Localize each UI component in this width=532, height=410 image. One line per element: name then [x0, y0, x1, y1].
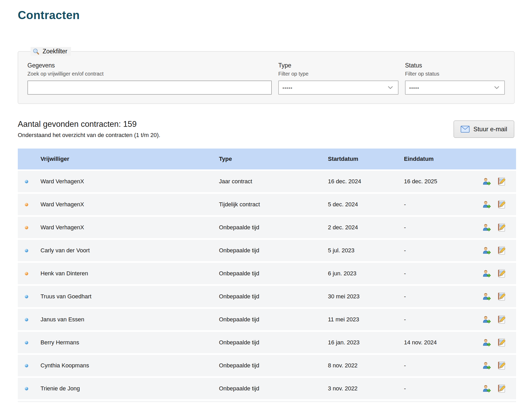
send-email-button[interactable]: Stuur e-mail [454, 121, 514, 138]
contract-type-cell: Onbepaalde tijd [219, 385, 328, 392]
contracts-table-header: Vrijwilliger Type Startdatum Einddatum [18, 149, 516, 169]
vrijwilliger-cell: Cynthia Koopmans [41, 362, 219, 369]
contracts-table-body: Ward VerhagenX Jaar contract 16 dec. 202… [18, 171, 516, 399]
user-go-icon[interactable] [482, 361, 491, 370]
gegevens-input[interactable] [27, 81, 272, 95]
status-select[interactable]: ----- [405, 81, 505, 95]
table-row: Ward VerhagenX Tijdelijk contract 5 dec.… [18, 194, 516, 215]
results-summary: Aantal gevonden contracten: 159 Ondersta… [18, 119, 160, 139]
type-sublabel: Filter op type [278, 71, 398, 77]
type-select-value: ----- [282, 85, 292, 91]
table-row: Trienie de Jong Onbepaalde tijd 3 nov. 2… [18, 378, 516, 399]
user-go-icon[interactable] [482, 315, 491, 324]
status-dot [25, 249, 28, 252]
user-go-icon[interactable] [482, 246, 491, 255]
contract-type-cell: Onbepaalde tijd [219, 339, 328, 346]
vrijwilliger-cell: Trienie de Jong [41, 385, 219, 392]
status-sublabel: Filter op status [405, 71, 505, 77]
magnifier-icon [33, 48, 39, 55]
edit-contract-icon[interactable] [497, 246, 506, 255]
vrijwilliger-cell: Ward VerhagenX [41, 224, 219, 231]
edit-contract-icon[interactable] [497, 384, 506, 393]
table-row: Janus van Essen Onbepaalde tijd 11 mei 2… [18, 309, 516, 330]
next-row-sliver [18, 401, 516, 402]
startdatum-cell: 16 jan. 2023 [328, 339, 404, 346]
table-row: Henk van Dinteren Onbepaalde tijd 6 jun.… [18, 263, 516, 284]
table-row: Cynthia Koopmans Onbepaalde tijd 8 nov. … [18, 355, 516, 376]
contract-type-cell: Onbepaalde tijd [219, 270, 328, 277]
table-row: Berry Hermans Onbepaalde tijd 16 jan. 20… [18, 332, 516, 353]
status-dot [25, 180, 28, 183]
vrijwilliger-cell: Berry Hermans [41, 339, 219, 346]
user-go-icon[interactable] [482, 338, 491, 347]
column-header-vrijwilliger: Vrijwilliger [41, 156, 219, 162]
edit-contract-icon[interactable] [497, 269, 506, 278]
startdatum-cell: 6 jun. 2023 [328, 270, 404, 277]
status-dot [25, 272, 28, 275]
vrijwilliger-cell: Carly van der Voort [41, 247, 219, 254]
user-go-icon[interactable] [482, 177, 491, 186]
table-row: Ward VerhagenX Jaar contract 16 dec. 202… [18, 171, 516, 192]
status-dot [25, 203, 28, 206]
einddatum-cell: - [404, 224, 482, 231]
send-email-button-label: Stuur e-mail [473, 126, 507, 133]
startdatum-cell: 3 nov. 2022 [328, 385, 404, 392]
user-go-icon[interactable] [482, 292, 491, 301]
search-filter-legend-label: Zoekfilter [43, 48, 67, 55]
startdatum-cell: 2 dec. 2024 [328, 224, 404, 231]
einddatum-cell: 16 dec. 2025 [404, 178, 482, 185]
startdatum-cell: 8 nov. 2022 [328, 362, 404, 369]
contract-type-cell: Onbepaalde tijd [219, 293, 328, 300]
status-dot [25, 364, 28, 367]
chevron-down-icon [493, 84, 501, 92]
user-go-icon[interactable] [482, 269, 491, 278]
column-header-startdatum: Startdatum [328, 156, 404, 162]
type-label: Type [278, 62, 398, 69]
status-dot [25, 318, 28, 321]
search-filter-legend: Zoekfilter [31, 47, 71, 56]
contract-type-cell: Onbepaalde tijd [219, 316, 328, 323]
edit-contract-icon[interactable] [497, 292, 506, 301]
column-header-type: Type [219, 156, 328, 162]
startdatum-cell: 5 jul. 2023 [328, 247, 404, 254]
status-select-value: ----- [409, 85, 419, 91]
einddatum-cell: 14 nov. 2024 [404, 339, 482, 346]
edit-contract-icon[interactable] [497, 200, 506, 209]
edit-contract-icon[interactable] [497, 177, 506, 186]
gegevens-sublabel: Zoek op vrijwilliger en/of contract [27, 71, 272, 77]
chevron-down-icon [386, 84, 394, 92]
type-select[interactable]: ----- [278, 81, 398, 95]
startdatum-cell: 30 mei 2023 [328, 293, 404, 300]
contract-type-cell: Jaar contract [219, 178, 328, 185]
einddatum-cell: - [404, 270, 482, 277]
results-count-heading: Aantal gevonden contracten: 159 [18, 119, 160, 129]
vrijwilliger-cell: Ward VerhagenX [41, 201, 219, 208]
edit-contract-icon[interactable] [497, 223, 506, 232]
status-dot [25, 226, 28, 229]
contracts-table: Vrijwilliger Type Startdatum Einddatum W… [18, 149, 516, 402]
gegevens-label: Gegevens [27, 62, 272, 69]
einddatum-cell: - [404, 247, 482, 254]
status-label: Status [405, 62, 505, 69]
einddatum-cell: - [404, 201, 482, 208]
einddatum-cell: - [404, 362, 482, 369]
edit-contract-icon[interactable] [497, 361, 506, 370]
status-dot [25, 341, 28, 344]
table-row: Truus van Goedhart Onbepaalde tijd 30 me… [18, 286, 516, 307]
status-dot [25, 295, 28, 298]
table-row: Ward VerhagenX Onbepaalde tijd 2 dec. 20… [18, 217, 516, 238]
edit-contract-icon[interactable] [497, 315, 506, 324]
startdatum-cell: 16 dec. 2024 [328, 178, 404, 185]
user-go-icon[interactable] [482, 200, 491, 209]
status-dot [25, 387, 28, 390]
vrijwilliger-cell: Janus van Essen [41, 316, 219, 323]
vrijwilliger-cell: Henk van Dinteren [41, 270, 219, 277]
vrijwilliger-cell: Truus van Goedhart [41, 293, 219, 300]
envelope-icon [461, 126, 470, 133]
results-subtitle: Onderstaand het overzicht van de contrac… [18, 132, 160, 139]
user-go-icon[interactable] [482, 384, 491, 393]
search-filter-panel: Zoekfilter Gegevens Zoek op vrijwilliger… [18, 47, 514, 104]
user-go-icon[interactable] [482, 223, 491, 232]
edit-contract-icon[interactable] [497, 338, 506, 347]
vrijwilliger-cell: Ward VerhagenX [41, 178, 219, 185]
